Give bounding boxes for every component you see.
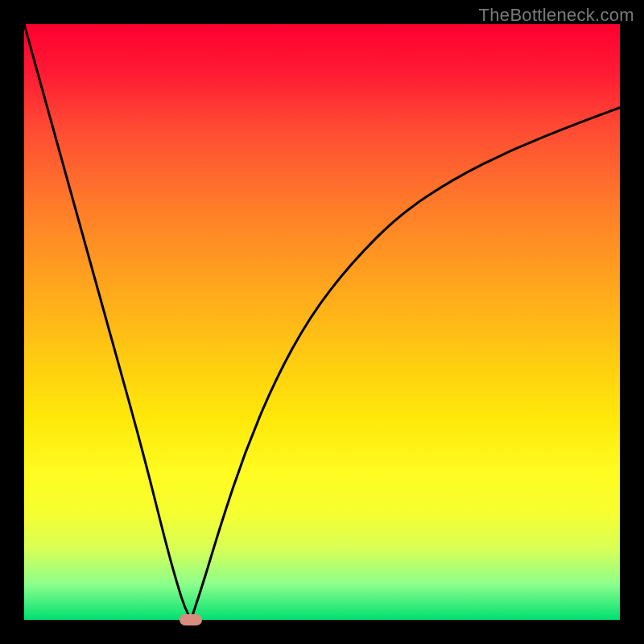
curve-svg (24, 24, 620, 620)
plot-area (24, 24, 620, 620)
watermark-text: TheBottleneck.com (479, 5, 634, 26)
chart-canvas: TheBottleneck.com (0, 0, 644, 644)
curve-right (191, 108, 620, 620)
min-marker (180, 614, 202, 625)
curve-left (24, 24, 191, 620)
